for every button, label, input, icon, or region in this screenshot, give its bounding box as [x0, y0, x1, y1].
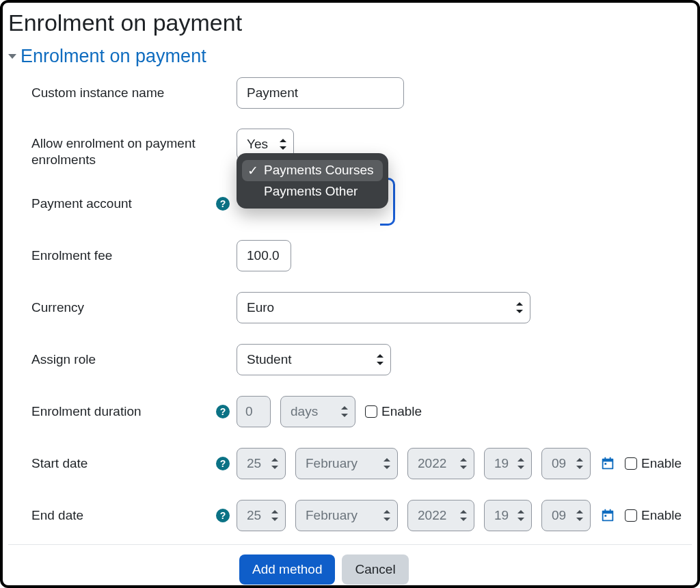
sort-icon [516, 302, 523, 313]
currency-value: Euro [247, 300, 274, 315]
section-toggle[interactable]: Enrolment on payment [8, 46, 692, 67]
enable-label: Enable [641, 508, 682, 523]
check-icon: ✓ [247, 163, 258, 178]
duration-enable-toggle[interactable]: Enable [365, 404, 422, 419]
start-year-select[interactable]: 2022 [407, 448, 474, 479]
label-fee: Enrolment fee [31, 248, 112, 264]
option-label: Payments Courses [264, 163, 374, 178]
sort-icon [341, 406, 348, 417]
label-payment-account: Payment account [31, 196, 132, 212]
duration-unit-select[interactable]: days [280, 396, 355, 427]
custom-name-input[interactable] [237, 77, 404, 109]
calendar-icon[interactable] [600, 508, 615, 523]
end-month-select[interactable]: February [295, 500, 398, 531]
chevron-down-icon [8, 54, 16, 59]
sort-icon [460, 458, 467, 469]
sort-icon [271, 510, 278, 521]
checkbox-icon [625, 457, 637, 470]
assign-role-value: Student [247, 352, 292, 367]
cancel-button[interactable]: Cancel [342, 554, 408, 585]
payment-account-option[interactable]: ✓ Payments Courses [242, 160, 383, 181]
checkbox-icon [625, 509, 637, 522]
option-label: Payments Other [264, 184, 358, 199]
sort-icon [517, 510, 524, 521]
help-icon[interactable]: ? [216, 405, 230, 418]
sort-icon [377, 354, 383, 365]
payment-account-option[interactable]: Payments Other [242, 181, 383, 202]
start-minute-select[interactable]: 09 [541, 448, 591, 479]
checkbox-icon [365, 405, 377, 418]
currency-select[interactable]: Euro [237, 292, 530, 323]
start-enable-toggle[interactable]: Enable [625, 456, 682, 471]
duration-value-input[interactable]: 0 [237, 396, 271, 427]
sort-icon [576, 510, 583, 521]
fee-input[interactable] [237, 240, 291, 271]
sort-icon [383, 510, 390, 521]
start-hour-select[interactable]: 19 [484, 448, 532, 479]
help-icon[interactable]: ? [216, 197, 230, 211]
calendar-icon[interactable] [600, 456, 615, 471]
sort-icon [280, 139, 286, 150]
label-assign-role: Assign role [31, 351, 96, 368]
label-duration: Enrolment duration [31, 403, 142, 420]
label-custom-name: Custom instance name [31, 85, 164, 101]
end-day-select[interactable]: 25 [237, 500, 286, 531]
enable-label: Enable [641, 456, 682, 471]
label-end-date: End date [31, 507, 83, 524]
payment-account-dropdown: ✓ Payments Courses Payments Other [237, 153, 388, 209]
sort-icon [460, 510, 467, 521]
duration-unit-value: days [291, 404, 318, 419]
start-month-select[interactable]: February [295, 448, 398, 479]
help-icon[interactable]: ? [216, 509, 230, 522]
end-year-select[interactable]: 2022 [407, 500, 474, 531]
help-icon[interactable]: ? [216, 457, 230, 470]
end-minute-select[interactable]: 09 [541, 500, 591, 531]
label-start-date: Start date [31, 455, 88, 472]
sort-icon [271, 458, 278, 469]
enable-label: Enable [381, 404, 422, 419]
sort-icon [517, 458, 524, 469]
section-title: Enrolment on payment [21, 46, 206, 67]
assign-role-select[interactable]: Student [237, 344, 391, 375]
label-allow-enrol: Allow enrolment on payment enrolments [31, 135, 209, 168]
add-method-button[interactable]: Add method [239, 554, 335, 585]
end-hour-select[interactable]: 19 [484, 500, 532, 531]
sort-icon [576, 458, 583, 469]
page-title: Enrolment on payment [8, 10, 692, 36]
allow-enrol-value: Yes [247, 137, 268, 152]
label-currency: Currency [31, 299, 84, 316]
sort-icon [383, 458, 390, 469]
end-enable-toggle[interactable]: Enable [625, 508, 682, 523]
start-day-select[interactable]: 25 [237, 448, 286, 479]
